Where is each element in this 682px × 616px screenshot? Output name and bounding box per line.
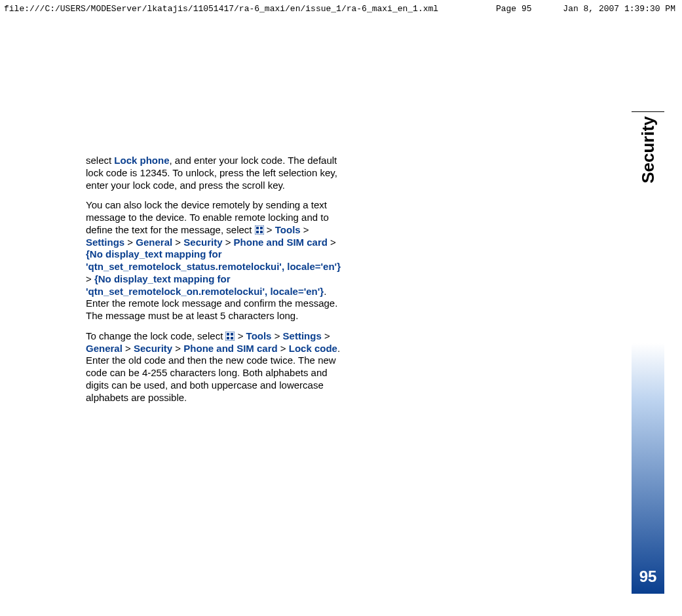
print-header: file:///C:/USERS/MODEServer/lkatajis/110… bbox=[0, 4, 682, 14]
separator: > bbox=[123, 343, 134, 354]
paragraph-lock-phone: select Lock phone, and enter your lock c… bbox=[86, 155, 348, 191]
separator: > bbox=[235, 330, 246, 341]
ui-no-map-on: {No display_text mapping for 'qtn_set_re… bbox=[86, 273, 324, 297]
separator: > bbox=[278, 343, 289, 354]
svg-rect-6 bbox=[227, 333, 229, 336]
header-path: file:///C:/USERS/MODEServer/lkatajis/110… bbox=[4, 4, 438, 14]
separator: > bbox=[301, 224, 309, 235]
main-content: select Lock phone, and enter your lock c… bbox=[86, 155, 348, 412]
ui-general: General bbox=[86, 343, 123, 354]
svg-rect-7 bbox=[231, 333, 233, 336]
separator: > bbox=[172, 237, 183, 248]
text: To change the lock code, select bbox=[86, 330, 225, 341]
ui-lock-phone: Lock phone bbox=[114, 155, 169, 166]
ui-security: Security bbox=[134, 343, 172, 354]
paragraph-change-lock-code: To change the lock code, select > Tools … bbox=[86, 330, 348, 404]
ui-security: Security bbox=[183, 237, 222, 248]
separator: > bbox=[86, 273, 94, 284]
paragraph-remote-lock: You can also lock the device remotely by… bbox=[86, 199, 348, 322]
svg-rect-3 bbox=[256, 231, 259, 233]
separator: > bbox=[124, 237, 136, 248]
ui-settings: Settings bbox=[86, 237, 124, 248]
section-label: Security bbox=[638, 116, 658, 183]
header-datetime: Jan 8, 2007 1:39:30 PM bbox=[563, 4, 675, 14]
separator: > bbox=[222, 237, 233, 248]
svg-rect-8 bbox=[227, 337, 229, 339]
header-page: Page 95 bbox=[470, 4, 532, 14]
page-body: Security 95 select Lock phone, and enter… bbox=[17, 20, 664, 590]
ui-phone-sim: Phone and SIM card bbox=[234, 237, 328, 248]
ui-tools: Tools bbox=[246, 330, 272, 341]
side-tab: Security 95 bbox=[632, 111, 664, 594]
menu-icon bbox=[255, 225, 264, 235]
separator: > bbox=[271, 330, 282, 341]
svg-rect-4 bbox=[260, 231, 263, 233]
separator: > bbox=[328, 237, 336, 248]
svg-rect-1 bbox=[256, 227, 259, 229]
ui-tools: Tools bbox=[275, 224, 301, 235]
ui-phone-sim: Phone and SIM card bbox=[183, 343, 277, 354]
menu-icon bbox=[225, 332, 235, 341]
ui-settings: Settings bbox=[283, 330, 322, 341]
separator: > bbox=[322, 330, 330, 341]
separator: > bbox=[172, 343, 183, 354]
svg-rect-9 bbox=[231, 337, 233, 339]
text: select bbox=[86, 155, 114, 166]
svg-rect-2 bbox=[260, 227, 263, 229]
ui-general: General bbox=[136, 237, 172, 248]
ui-no-map-status: {No display_text mapping for 'qtn_set_re… bbox=[86, 248, 341, 272]
page-number: 95 bbox=[639, 568, 657, 586]
separator: > bbox=[264, 224, 275, 235]
ui-lock-code: Lock code bbox=[289, 343, 337, 354]
